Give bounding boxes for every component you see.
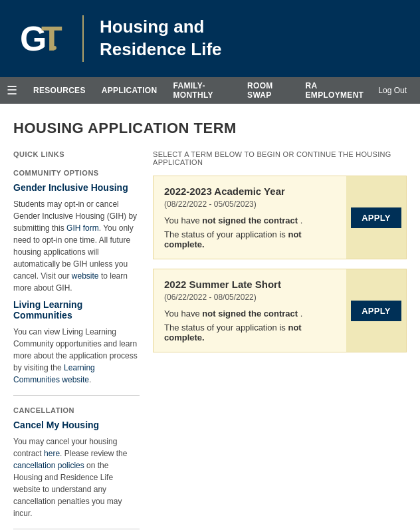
term-dates-1: (08/22/2022 - 05/05/2023) bbox=[164, 200, 336, 209]
content-layout: QUICK LINKS COMMUNITY OPTIONS Gender Inc… bbox=[13, 150, 407, 532]
term-card-action-1: APPLY bbox=[346, 176, 406, 259]
cancel-description: You may cancel your housing contract her… bbox=[13, 436, 140, 519]
svg-text:T: T bbox=[41, 19, 62, 58]
site-header: G T Housing and Residence Life bbox=[0, 0, 420, 77]
gt-logo: G T bbox=[13, 12, 66, 65]
cancel-policies-link[interactable]: cancellation policies bbox=[13, 461, 84, 470]
hamburger-icon[interactable]: ☰ bbox=[7, 83, 17, 98]
term-card-2022-2023: 2022-2023 Academic Year (08/22/2022 - 05… bbox=[153, 176, 407, 259]
gih-link[interactable]: Gender Inclusive Housing bbox=[13, 182, 140, 193]
gih-website-link[interactable]: website bbox=[72, 271, 99, 281]
term-status-1: The status of your application is not co… bbox=[164, 229, 336, 249]
term-contract-2: You have not signed the contract . bbox=[164, 309, 336, 319]
sidebar: QUICK LINKS COMMUNITY OPTIONS Gender Inc… bbox=[13, 150, 140, 532]
nav-application[interactable]: APPLICATION bbox=[94, 77, 165, 104]
community-options-title: COMMUNITY OPTIONS bbox=[13, 169, 140, 177]
nav-family-monthly[interactable]: FAMILY-MONTHLY bbox=[165, 77, 239, 104]
term-name-2: 2022 Summer Late Short bbox=[164, 279, 336, 290]
term-card-body-1: 2022-2023 Academic Year (08/22/2022 - 05… bbox=[154, 176, 346, 259]
sidebar-divider-2 bbox=[13, 529, 140, 529]
llc-description: You can view Living Learning Community o… bbox=[13, 326, 140, 386]
term-card-body-2: 2022 Summer Late Short (06/22/2022 - 08/… bbox=[154, 269, 346, 352]
page-title: HOUSING APPLICATION TERM bbox=[13, 120, 407, 137]
apply-button-2[interactable]: APPLY bbox=[351, 301, 401, 321]
main-content: HOUSING APPLICATION TERM QUICK LINKS COM… bbox=[0, 104, 420, 532]
panel-subtitle: SELECT A TERM BELOW TO BEGIN OR CONTINUE… bbox=[153, 150, 407, 166]
site-title: Housing and Residence Life bbox=[100, 16, 222, 61]
nav-items: RESOURCES APPLICATION FAMILY-MONTHLY ROO… bbox=[25, 77, 371, 104]
term-card-action-2: APPLY bbox=[346, 269, 406, 352]
gih-form-link[interactable]: GIH form bbox=[66, 223, 99, 233]
term-status-2: The status of your application is not co… bbox=[164, 323, 336, 342]
quick-links-title: QUICK LINKS bbox=[13, 150, 140, 158]
term-dates-2: (06/22/2022 - 08/05/2022) bbox=[164, 293, 336, 302]
llc-link[interactable]: Living Learning Communities bbox=[13, 299, 140, 321]
logout-button[interactable]: Log Out bbox=[371, 86, 413, 95]
nav-ra-employment[interactable]: RA EMPLOYMENT bbox=[298, 77, 372, 104]
apply-button-1[interactable]: APPLY bbox=[351, 207, 401, 228]
term-name-1: 2022-2023 Academic Year bbox=[164, 186, 336, 197]
header-divider bbox=[82, 15, 84, 62]
term-contract-1: You have not signed the contract . bbox=[164, 215, 336, 225]
nav-resources[interactable]: RESOURCES bbox=[25, 77, 94, 104]
cancel-housing-link[interactable]: Cancel My Housing bbox=[13, 420, 140, 430]
nav-room-swap[interactable]: ROOM SWAP bbox=[239, 77, 297, 104]
sidebar-divider-1 bbox=[13, 395, 140, 396]
term-card-2022-summer: 2022 Summer Late Short (06/22/2022 - 08/… bbox=[153, 269, 407, 352]
right-panel: SELECT A TERM BELOW TO BEGIN OR CONTINUE… bbox=[153, 150, 407, 532]
cancel-here-link[interactable]: here bbox=[44, 449, 60, 458]
main-nav: ☰ RESOURCES APPLICATION FAMILY-MONTHLY R… bbox=[0, 77, 420, 104]
svg-point-3 bbox=[52, 46, 56, 50]
cancellation-title: CANCELLATION bbox=[13, 406, 140, 414]
gih-description: Students may opt-in or cancel Gender Inc… bbox=[13, 198, 140, 294]
